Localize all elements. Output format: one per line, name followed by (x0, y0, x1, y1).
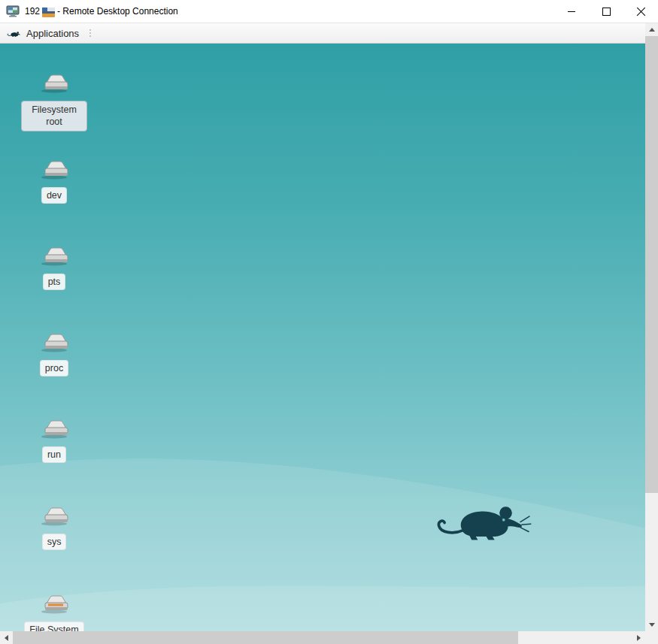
horizontal-scrollbar[interactable] (0, 631, 645, 644)
desktop-icon-dev[interactable]: dev (21, 158, 87, 204)
maximize-button[interactable] (589, 0, 623, 23)
scroll-down-arrow[interactable] (645, 618, 658, 631)
desktop-icon-file-system[interactable]: File System (21, 592, 87, 631)
drive-icon (38, 71, 71, 94)
maximize-icon (602, 8, 611, 16)
window-controls (554, 0, 658, 23)
desktop-icon-label: pts (43, 274, 66, 290)
desktop-icon-label: run (42, 446, 66, 463)
applications-menu-button[interactable]: Applications (0, 23, 86, 43)
desktop-icon-proc[interactable]: proc (21, 331, 87, 376)
desktop-icon-label: sys (42, 534, 67, 550)
minimize-button[interactable] (554, 0, 589, 23)
panel-drag-handle[interactable] (87, 29, 93, 37)
remote-desktop-viewport: Applications (0, 23, 645, 631)
scroll-right-arrow[interactable] (632, 631, 645, 644)
desktop-icon-label: proc (40, 360, 68, 376)
desktop-icon-filesystem-root[interactable]: Filesystem root (21, 71, 87, 132)
desktop-icon-label: File System (24, 621, 83, 631)
desktop-icon-label: dev (41, 187, 67, 204)
vertical-scrollbar-thumb[interactable] (645, 36, 658, 493)
scroll-up-arrow[interactable] (645, 23, 658, 36)
window-title: 192 - Remote Desktop Connection (25, 6, 178, 17)
drive-icon (38, 417, 71, 440)
masked-address-icon (42, 8, 55, 17)
window-title-prefix: 192 (25, 6, 40, 17)
applications-menu-label: Applications (26, 28, 79, 39)
drive-icon (38, 331, 71, 353)
xfce-mouse-logo (434, 490, 532, 546)
minimize-icon (568, 11, 575, 12)
drive-icon (38, 244, 71, 267)
drive-icon (38, 158, 71, 180)
desktop-icon-pts[interactable]: pts (21, 244, 87, 290)
window-title-suffix: - Remote Desktop Connection (57, 6, 178, 17)
wallpaper-curves (0, 44, 645, 631)
desktop-icon-sys[interactable]: sys (21, 504, 87, 550)
vertical-scrollbar[interactable] (645, 23, 658, 631)
close-icon (636, 7, 646, 17)
xfce-logo-icon (7, 29, 22, 38)
xfce-top-panel: Applications (0, 23, 645, 44)
horizontal-scrollbar-thumb[interactable] (13, 631, 518, 644)
scroll-left-arrow[interactable] (0, 631, 13, 644)
drive-icon-orange (38, 592, 71, 615)
close-button[interactable] (623, 0, 658, 23)
scrollbar-corner (645, 631, 658, 644)
desktop-icon-run[interactable]: run (21, 417, 87, 463)
rdp-app-icon (6, 5, 20, 17)
desktop-surface[interactable]: Filesystem root dev pts (0, 44, 645, 631)
drive-icon (38, 504, 71, 527)
window-titlebar[interactable]: 192 - Remote Desktop Connection (0, 0, 658, 23)
desktop-icon-label: Filesystem root (21, 101, 87, 132)
